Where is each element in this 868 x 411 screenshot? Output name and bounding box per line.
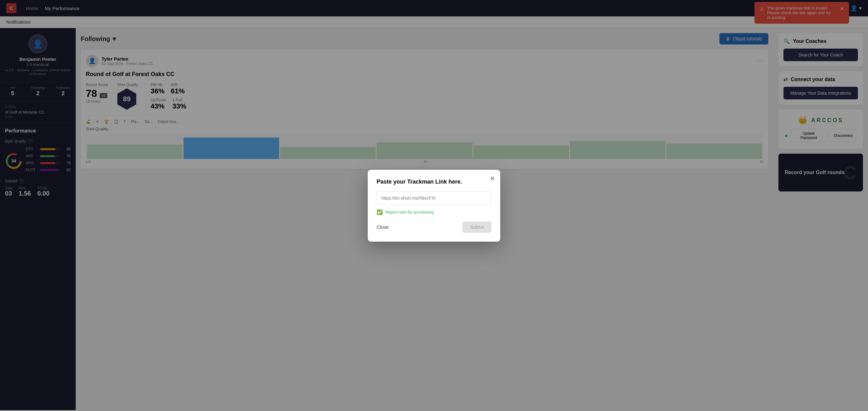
trackman-modal: Paste your Trackman Link here. ✕ ✅ Repor… <box>368 170 500 242</box>
modal-close-button[interactable]: Close <box>377 224 389 230</box>
modal-overlay: Paste your Trackman Link here. ✕ ✅ Repor… <box>0 0 868 411</box>
modal-close-icon[interactable]: ✕ <box>490 175 495 182</box>
modal-success-message: ✅ Report sent for processing <box>377 209 491 215</box>
trackman-link-input[interactable] <box>377 191 491 205</box>
modal-title: Paste your Trackman Link here. <box>377 179 491 185</box>
modal-actions: Close Submit <box>377 221 491 233</box>
modal-submit-button[interactable]: Submit <box>462 221 491 233</box>
success-check-icon: ✅ <box>377 209 383 215</box>
